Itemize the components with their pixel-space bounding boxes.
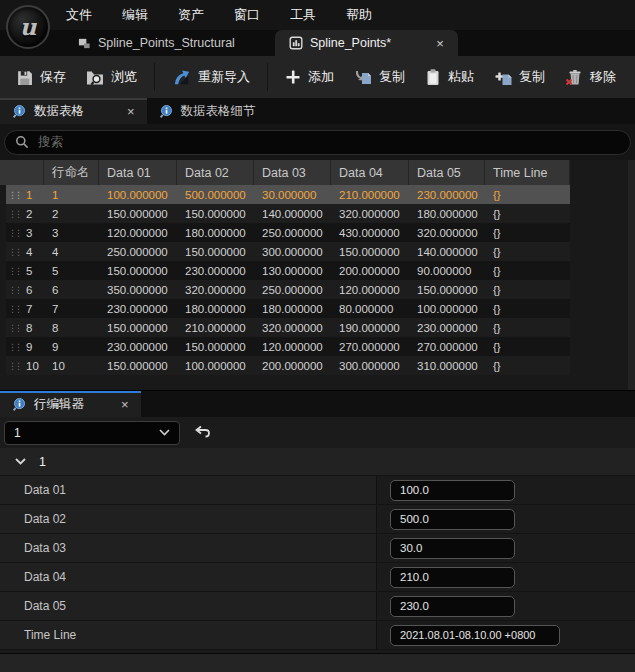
column-header-data-05[interactable]: Data 05 [409, 160, 485, 185]
table-row[interactable]: ⋮⋮11100.000000500.00000030.000000210.000… [6, 185, 570, 204]
data-cell: 210.000000 [177, 322, 254, 334]
paste-button[interactable]: 粘贴 [415, 61, 484, 93]
unreal-editor-window: u 文件 编辑 资产 窗口 工具 帮助 Spline_Points_Struct… [0, 0, 635, 672]
column-header-data-02[interactable]: Data 02 [177, 160, 254, 185]
field-value-area [377, 505, 635, 533]
tab-spline-points[interactable]: Spline_Points* × [275, 30, 458, 56]
menu-item-tools[interactable]: 工具 [290, 6, 316, 24]
field-value-area [377, 476, 635, 504]
data-cell: 230.000000 [409, 189, 485, 201]
drag-handle-icon[interactable]: ⋮⋮ [8, 304, 20, 314]
drag-handle-icon[interactable]: ⋮⋮ [8, 190, 20, 200]
add-row-button[interactable]: 添加 [275, 61, 344, 93]
data-cell: 270.000000 [409, 341, 485, 353]
panel-tab-label: 数据表格 [34, 103, 84, 120]
row-editor-tab-bar: 行编辑器 × [0, 390, 635, 417]
column-header-data-04[interactable]: Data 04 [331, 160, 409, 185]
data-cell: 90.000000 [409, 265, 485, 277]
timeline-cell: {} [485, 265, 570, 277]
save-button[interactable]: 保存 [6, 61, 76, 93]
data-01-input[interactable] [390, 480, 515, 501]
button-label: 移除 [590, 68, 616, 86]
table-row[interactable]: ⋮⋮33120.000000180.000000250.000000430.00… [6, 223, 570, 242]
search-box[interactable] [4, 130, 631, 155]
duplicate-icon [494, 68, 512, 86]
remove-row-button[interactable]: 移除 [555, 61, 626, 93]
data-cell: 150.000000 [331, 246, 409, 258]
data-04-input[interactable] [390, 567, 515, 588]
data-02-input[interactable] [390, 509, 515, 530]
drag-handle-icon[interactable]: ⋮⋮ [8, 228, 20, 238]
data-03-input[interactable] [390, 538, 515, 559]
drag-handle-icon[interactable]: ⋮⋮ [8, 361, 20, 371]
table-row[interactable]: ⋮⋮55150.000000230.000000130.000000200.00… [6, 261, 570, 280]
data-cell: 30.000000 [254, 189, 331, 201]
data-cell: 300.000000 [331, 360, 409, 372]
data-cell: 320.000000 [254, 322, 331, 334]
table-row[interactable]: ⋮⋮66350.000000320.000000250.000000120.00… [6, 280, 570, 299]
button-label: 浏览 [111, 68, 137, 86]
menu-item-window[interactable]: 窗口 [234, 6, 260, 24]
drag-handle-icon[interactable]: ⋮⋮ [8, 209, 20, 219]
unreal-logo[interactable]: u [6, 5, 50, 49]
data-cell: 210.000000 [331, 189, 409, 201]
table-row[interactable]: ⋮⋮77230.000000180.000000180.00000080.000… [6, 299, 570, 318]
menu-item-file[interactable]: 文件 [66, 6, 92, 24]
column-header-time-line[interactable]: Time Line [485, 160, 570, 185]
column-header-data-03[interactable]: Data 03 [254, 160, 331, 185]
table-row[interactable]: ⋮⋮1010150.000000100.000000200.000000300.… [6, 356, 570, 375]
data-cell: 230.000000 [99, 303, 177, 315]
time-line-input[interactable] [390, 625, 560, 646]
reset-row-button[interactable] [194, 425, 211, 440]
tab-spline-points-structural[interactable]: Spline_Points_Structural [64, 30, 249, 56]
panel-tab-label: 数据表格细节 [181, 103, 256, 120]
tab-row-editor[interactable]: 行编辑器 × [0, 391, 141, 417]
field-row: Data 02 [0, 505, 635, 534]
table-row[interactable]: ⋮⋮44250.000000150.000000300.000000150.00… [6, 242, 570, 261]
data-cell: 190.000000 [331, 322, 409, 334]
drag-handle-icon[interactable]: ⋮⋮ [8, 285, 20, 295]
data-cell: 100.000000 [99, 189, 177, 201]
asset-tab-bar: Spline_Points_Structural Spline_Points* … [0, 30, 635, 56]
data-cell: 150.000000 [177, 341, 254, 353]
table-row[interactable]: ⋮⋮22150.000000150.000000140.000000320.00… [6, 204, 570, 223]
column-header-row-name[interactable]: 行命名 [44, 160, 99, 185]
row-index: 4 [20, 246, 32, 258]
data-cell: 130.000000 [254, 265, 331, 277]
structure-icon [78, 37, 91, 50]
drag-handle-icon[interactable]: ⋮⋮ [8, 266, 20, 276]
data-cell: 120.000000 [331, 284, 409, 296]
table-scrollbar[interactable] [628, 160, 635, 390]
reimport-button[interactable]: 重新导入 [162, 61, 260, 93]
column-header-data-01[interactable]: Data 01 [99, 160, 177, 185]
button-label: 复制 [379, 68, 405, 86]
close-icon[interactable]: × [127, 104, 135, 119]
button-label: 复制 [519, 68, 545, 86]
menu-item-help[interactable]: 帮助 [346, 6, 372, 24]
data-05-input[interactable] [390, 596, 515, 617]
search-input[interactable] [38, 135, 620, 149]
close-icon[interactable]: × [121, 397, 129, 412]
row-index-cell: ⋮⋮3 [6, 227, 44, 239]
tab-data-table-details[interactable]: 数据表格细节 [147, 98, 268, 124]
menu-item-asset[interactable]: 资产 [178, 6, 204, 24]
data-cell: 300.000000 [254, 246, 331, 258]
menu-item-edit[interactable]: 编辑 [122, 6, 148, 24]
drag-handle-icon[interactable]: ⋮⋮ [8, 342, 20, 352]
data-03-label: Data 03 [0, 534, 377, 562]
close-icon[interactable]: × [436, 37, 444, 50]
table-row[interactable]: ⋮⋮88150.000000210.000000320.000000190.00… [6, 318, 570, 337]
copy-row-button[interactable]: 复制 [344, 61, 415, 93]
table-row[interactable]: ⋮⋮99230.000000150.000000120.000000270.00… [6, 337, 570, 356]
browse-button[interactable]: 浏览 [76, 61, 147, 93]
row-editor-fields: Data 01Data 02Data 03Data 04Data 05Time … [0, 476, 635, 650]
data-cell: 200.000000 [254, 360, 331, 372]
drag-handle-icon[interactable]: ⋮⋮ [8, 323, 20, 333]
drag-handle-icon[interactable]: ⋮⋮ [8, 247, 20, 257]
row-select-dropdown[interactable]: 1 [4, 421, 180, 445]
data-cell: 350.000000 [99, 284, 177, 296]
duplicate-row-button[interactable]: 复制 [484, 61, 555, 93]
tab-data-table[interactable]: 数据表格 × [0, 98, 147, 124]
row-section-header[interactable]: 1 [0, 448, 635, 476]
toolbar-separator [154, 63, 155, 91]
